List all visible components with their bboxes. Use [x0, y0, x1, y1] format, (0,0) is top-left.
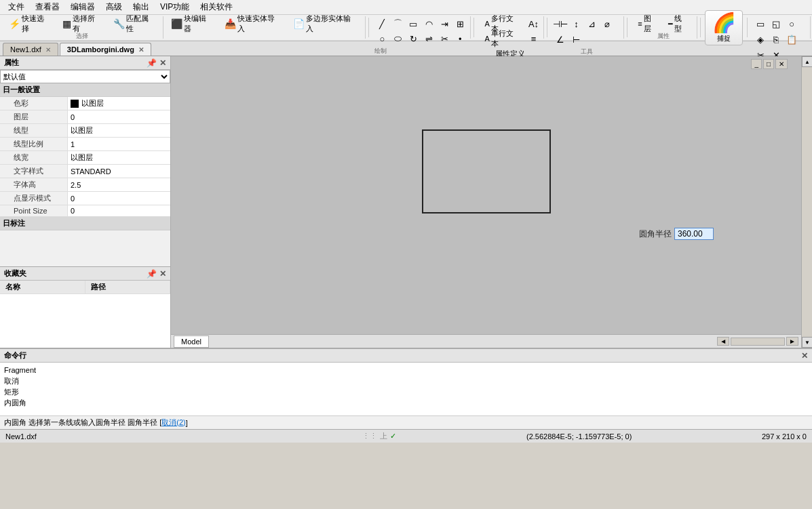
offset-btn[interactable]: ⇥ — [437, 16, 452, 31]
props-val-linetype[interactable]: 以图层 — [68, 124, 170, 137]
tab-new1[interactable]: New1.dxf ✕ — [3, 43, 58, 56]
model-tab[interactable]: Model — [174, 335, 209, 348]
paste-btn[interactable]: 📋 — [784, 32, 799, 47]
status-icon3: ✓ — [390, 432, 396, 441]
properties-select[interactable]: 默认值 — [0, 70, 170, 83]
vscroll-up-btn[interactable]: ▲ — [802, 56, 812, 67]
main-area: 属性 📌 ✕ 默认值 日一般设置 色彩 以图层 图层 0 — [0, 56, 812, 348]
capture-btn[interactable]: 🌈 捕捉 — [705, 10, 743, 45]
dim4-btn[interactable]: ⌀ — [600, 16, 615, 31]
layer-btn[interactable]: ≡ 图层 — [633, 16, 663, 31]
block-editor-btn[interactable]: ⬛ 块编辑器 — [166, 16, 218, 31]
select-all-btn[interactable]: ▦ 选择所有 — [58, 16, 107, 31]
cmd-line-empty — [4, 408, 808, 415]
linetype-icon: ━ — [668, 20, 673, 28]
arc-btn[interactable]: ◠ — [421, 16, 436, 31]
favorites-title: 收藏夹 — [4, 268, 26, 279]
point-btn[interactable]: • — [452, 31, 467, 46]
props-val-layer[interactable]: 0 — [68, 110, 170, 123]
menu-viewer[interactable]: 查看器 — [30, 0, 65, 14]
canvas-minimize-btn[interactable]: _ — [751, 59, 762, 69]
circle-btn[interactable]: ○ — [374, 31, 389, 46]
cmdline-close-icon[interactable]: ✕ — [801, 351, 808, 361]
props-val-textheight[interactable]: 2.5 — [68, 178, 170, 191]
hatch-btn[interactable]: ⊞ — [452, 16, 467, 31]
menu-output[interactable]: 输出 — [128, 0, 155, 14]
props-section-dim[interactable]: 日标注 — [0, 217, 170, 230]
props-val-color[interactable]: 以图层 — [68, 97, 170, 110]
cmdline-title: 命令行 — [4, 350, 26, 361]
props-key-linewidth: 线宽 — [0, 151, 68, 164]
dim6-btn[interactable]: ⊢ — [568, 32, 583, 47]
favs-col-name: 名称 — [0, 281, 85, 293]
props-pin-icon[interactable]: 📌 — [147, 58, 157, 68]
props-val-linewidth[interactable]: 以图层 — [68, 151, 170, 164]
quick-select-btn[interactable]: ⚡ 快速选择 — [4, 16, 56, 31]
tab-close-lamborgini[interactable]: ✕ — [138, 46, 144, 54]
favorites-table: 名称 路径 — [0, 281, 170, 348]
line-btn[interactable]: ╱ — [374, 16, 389, 31]
menu-vip[interactable]: VIP功能 — [155, 0, 195, 14]
canvas-controls: _ □ ✕ — [751, 59, 788, 69]
dim2-btn[interactable]: ↕ — [568, 16, 583, 31]
hscroll-left-btn[interactable]: ◄ — [717, 337, 729, 346]
props-val-ltscale[interactable]: 1 — [68, 138, 170, 150]
tab-close-new1[interactable]: ✕ — [45, 46, 51, 54]
menu-related[interactable]: 相关软件 — [195, 0, 238, 14]
edit1-btn[interactable]: ▭ — [753, 16, 768, 31]
rotate-btn[interactable]: ↻ — [406, 31, 421, 46]
canvas-close-btn[interactable]: ✕ — [775, 59, 788, 69]
mirror-btn[interactable]: ⇌ — [421, 31, 436, 46]
status-file: New1.dxf — [5, 432, 354, 441]
dim3-btn[interactable]: ⊿ — [584, 16, 599, 31]
text2-icon-btn[interactable]: ≡ — [526, 31, 541, 46]
props-val-pointsize[interactable]: 0 — [68, 205, 170, 216]
favorites-columns: 名称 路径 — [0, 281, 170, 294]
dim1-btn[interactable]: ⊣⊢ — [553, 16, 568, 31]
edit2-btn[interactable]: ◱ — [769, 16, 784, 31]
poly-import-icon: 📄 — [293, 18, 305, 29]
poly-import-btn[interactable]: 📄 多边形实体输入 — [288, 16, 363, 31]
hscroll-right-btn[interactable]: ► — [786, 337, 798, 346]
cmdline-prompt: 内圆角 选择第一条线或输入圆角半径 圆角半径 [ — [4, 418, 161, 428]
props-section-general[interactable]: 日一般设置 — [0, 83, 170, 97]
menu-advanced[interactable]: 高级 — [100, 0, 128, 14]
favs-pin-icon[interactable]: 📌 — [147, 269, 157, 279]
status-icons: ⋮⋮ 上 ✓ — [362, 431, 396, 441]
props-close-icon[interactable]: ✕ — [159, 58, 166, 68]
dim5-btn[interactable]: ∠ — [553, 32, 568, 47]
menu-editor[interactable]: 编辑器 — [65, 0, 100, 14]
linetype-btn[interactable]: ━ 线型 — [663, 16, 694, 31]
copy-btn[interactable]: ⎘ — [769, 32, 784, 47]
cmdline-cancel-link[interactable]: 取消(2) — [161, 418, 185, 428]
props-key-pointsize: Point Size — [0, 205, 68, 216]
favs-close-icon[interactable]: ✕ — [159, 269, 166, 279]
vscroll-track[interactable] — [802, 67, 812, 337]
canvas-restore-btn[interactable]: □ — [763, 59, 774, 69]
props-key-pointmode: 点显示模式 — [0, 192, 68, 205]
props-val-textstyle[interactable]: STANDARD — [68, 165, 170, 178]
cmd-line-rect: 矩形 — [4, 386, 808, 397]
tab-lamborgini[interactable]: 3DLamborgini.dwg ✕ — [60, 43, 151, 56]
props-row-layer: 图层 0 — [0, 110, 170, 124]
trim-btn[interactable]: ✂ — [437, 31, 452, 46]
favorites-panel: 收藏夹 📌 ✕ 名称 路径 — [0, 266, 170, 348]
polyline-btn[interactable]: ⌒ — [390, 16, 405, 31]
quick-import-btn[interactable]: 📥 快速实体导入 — [220, 16, 287, 31]
quick-import-icon: 📥 — [225, 18, 236, 29]
rect-btn[interactable]: ▭ — [406, 16, 421, 31]
radius-input[interactable] — [674, 228, 714, 240]
select-all-icon: ▦ — [62, 18, 71, 29]
edit4-btn[interactable]: ◈ — [753, 32, 768, 47]
menu-file[interactable]: 文件 — [3, 0, 30, 14]
singleline-text-btn[interactable]: A 单行文本 — [480, 31, 525, 46]
props-val-pointmode[interactable]: 0 — [68, 192, 170, 205]
vscroll-down-btn[interactable]: ▼ — [802, 337, 812, 348]
props-key-linetype: 线型 — [0, 124, 68, 137]
hscroll-bar[interactable] — [731, 338, 785, 346]
edit3-btn[interactable]: ○ — [784, 16, 799, 31]
props-row-pointsize: Point Size 0 — [0, 205, 170, 217]
match-props-btn[interactable]: 🔧 匹配属性 — [109, 16, 161, 31]
ellipse-btn[interactable]: ⬭ — [390, 31, 405, 46]
text-icon-btn[interactable]: A↕ — [526, 16, 541, 31]
